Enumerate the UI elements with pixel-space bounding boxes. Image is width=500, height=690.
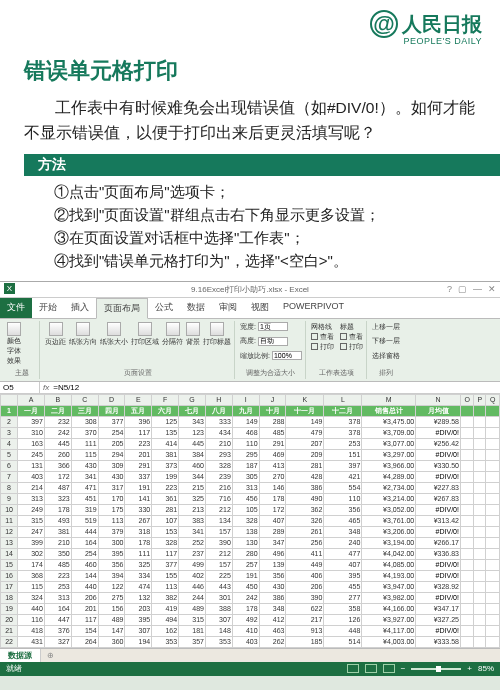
cell[interactable]: 460: [71, 559, 98, 570]
cell[interactable]: 300: [98, 537, 125, 548]
cell[interactable]: 440: [18, 603, 45, 614]
cell[interactable]: 117: [71, 614, 98, 625]
cell[interactable]: 344: [179, 471, 206, 482]
cell[interactable]: 138: [232, 526, 259, 537]
cell[interactable]: 147: [98, 625, 125, 636]
cell[interactable]: ¥4,166.00: [362, 603, 416, 614]
cell[interactable]: 141: [125, 493, 152, 504]
zoom-minus[interactable]: −: [401, 664, 406, 673]
cell[interactable]: 390: [205, 537, 232, 548]
cell[interactable]: ¥327.25: [416, 614, 461, 625]
cell[interactable]: 123: [179, 427, 206, 438]
cell[interactable]: 244: [179, 592, 206, 603]
cell[interactable]: 267: [125, 515, 152, 526]
cell[interactable]: 281: [152, 504, 179, 515]
cell[interactable]: 460: [179, 460, 206, 471]
cell[interactable]: 151: [324, 449, 362, 460]
cell[interactable]: 253: [44, 581, 71, 592]
cell[interactable]: 253: [324, 438, 362, 449]
cell[interactable]: 327: [44, 636, 71, 647]
cell[interactable]: 209: [286, 449, 324, 460]
cell[interactable]: 178: [259, 493, 286, 504]
cell[interactable]: 130: [232, 537, 259, 548]
cell[interactable]: 471: [71, 482, 98, 493]
headings-view-cb[interactable]: [340, 333, 347, 340]
cell[interactable]: 356: [324, 504, 362, 515]
cell[interactable]: 174: [18, 559, 45, 570]
cell[interactable]: 315: [18, 515, 45, 526]
cell[interactable]: 117: [125, 427, 152, 438]
cell[interactable]: 307: [125, 625, 152, 636]
cell[interactable]: ¥336.83: [416, 548, 461, 559]
cell[interactable]: 115: [71, 449, 98, 460]
cell[interactable]: 319: [71, 504, 98, 515]
cell[interactable]: 444: [71, 526, 98, 537]
cell[interactable]: 178: [125, 537, 152, 548]
cell[interactable]: 378: [324, 416, 362, 427]
cell[interactable]: ¥3,052.00: [362, 504, 416, 515]
cell[interactable]: 384: [179, 449, 206, 460]
tab-file[interactable]: 文件: [0, 298, 32, 318]
cell[interactable]: ¥267.83: [416, 493, 461, 504]
send-backward[interactable]: 下移一层: [372, 336, 400, 346]
cell[interactable]: 157: [205, 526, 232, 537]
col-head[interactable]: F: [152, 394, 179, 405]
cell[interactable]: 449: [286, 559, 324, 570]
cell[interactable]: 554: [324, 482, 362, 493]
col-head[interactable]: L: [324, 394, 362, 405]
page-layout-view-button[interactable]: [365, 664, 377, 673]
cell[interactable]: 172: [44, 471, 71, 482]
formula-bar[interactable]: =N5/12: [53, 383, 79, 392]
cell[interactable]: 378: [324, 427, 362, 438]
cell[interactable]: 185: [286, 636, 324, 647]
gridlines-print-cb[interactable]: [311, 343, 318, 350]
cell[interactable]: 377: [98, 416, 125, 427]
cell[interactable]: 489: [179, 603, 206, 614]
cell[interactable]: 261: [286, 526, 324, 537]
cell[interactable]: 406: [286, 570, 324, 581]
cell[interactable]: ¥330.50: [416, 460, 461, 471]
cell[interactable]: 514: [324, 636, 362, 647]
print-titles-button[interactable]: 打印标题: [203, 322, 231, 347]
cell[interactable]: 181: [179, 625, 206, 636]
cell[interactable]: 203: [125, 603, 152, 614]
cell[interactable]: 239: [205, 471, 232, 482]
cell[interactable]: ¥4,085.00: [362, 559, 416, 570]
cell[interactable]: 341: [179, 526, 206, 537]
cell[interactable]: ¥227.83: [416, 482, 461, 493]
cell[interactable]: ¥3,214.00: [362, 493, 416, 504]
fonts-item[interactable]: 字体: [7, 346, 36, 356]
cell[interactable]: 254: [71, 548, 98, 559]
cell[interactable]: 125: [152, 416, 179, 427]
cell[interactable]: 291: [259, 438, 286, 449]
cell[interactable]: 191: [232, 570, 259, 581]
cell[interactable]: 350: [44, 548, 71, 559]
cell[interactable]: 474: [125, 581, 152, 592]
selection-pane[interactable]: 选择窗格: [372, 351, 400, 361]
cell[interactable]: 134: [205, 515, 232, 526]
cell[interactable]: 175: [98, 504, 125, 515]
cell[interactable]: 419: [152, 603, 179, 614]
zoom-slider[interactable]: [411, 668, 461, 670]
fx-icon[interactable]: fx: [43, 383, 49, 392]
cell[interactable]: 302: [18, 548, 45, 559]
cell[interactable]: 323: [44, 493, 71, 504]
cell[interactable]: 328: [205, 460, 232, 471]
cell[interactable]: 381: [44, 526, 71, 537]
cell[interactable]: 307: [205, 614, 232, 625]
cell[interactable]: 301: [205, 592, 232, 603]
cell[interactable]: 223: [152, 482, 179, 493]
cell[interactable]: 153: [152, 526, 179, 537]
cell[interactable]: ¥4,117.00: [362, 625, 416, 636]
cell[interactable]: 254: [98, 427, 125, 438]
cell[interactable]: 445: [179, 438, 206, 449]
cell[interactable]: ¥328.92: [416, 581, 461, 592]
cell[interactable]: 117: [152, 548, 179, 559]
cell[interactable]: 487: [44, 482, 71, 493]
cell[interactable]: 356: [259, 570, 286, 581]
cell[interactable]: 111: [71, 438, 98, 449]
cell[interactable]: 403: [18, 471, 45, 482]
cell[interactable]: 291: [125, 460, 152, 471]
tab-view[interactable]: 视图: [244, 298, 276, 318]
cell[interactable]: 356: [98, 559, 125, 570]
